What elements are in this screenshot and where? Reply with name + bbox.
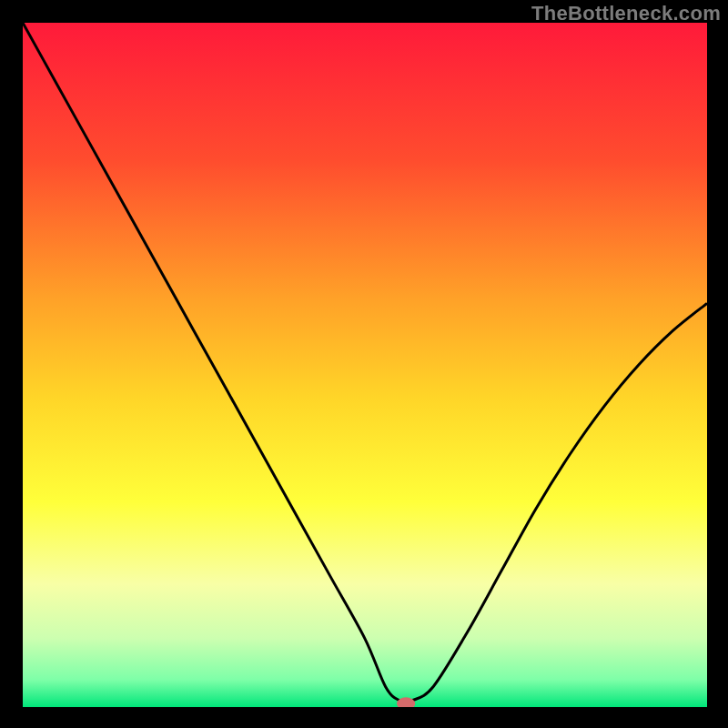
- bottleneck-plot: [23, 23, 707, 707]
- watermark-text: TheBottleneck.com: [531, 2, 721, 25]
- chart-svg: [23, 23, 707, 707]
- chart-frame: TheBottleneck.com: [0, 0, 728, 728]
- gradient-background: [23, 23, 707, 707]
